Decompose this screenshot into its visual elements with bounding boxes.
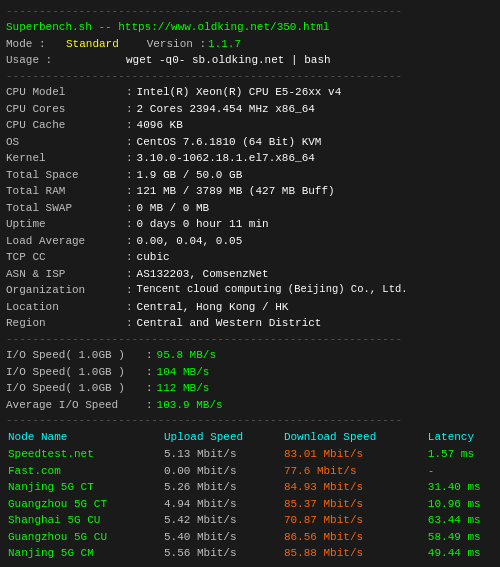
colon: : (146, 380, 153, 397)
speed-table: Node Name Upload Speed Download Speed La… (6, 429, 494, 562)
cpu-cache-label: CPU Cache (6, 117, 126, 134)
col-latency: Latency (426, 429, 494, 447)
colon: : (126, 167, 133, 184)
cpu-cache-row: CPU Cache : 4096 KB (6, 117, 494, 134)
io3-value: 112 MB/s (157, 380, 210, 397)
tcp-cc-label: TCP CC (6, 249, 126, 266)
table-row: Fast.com 0.00 Mbit/s 77.6 Mbit/s - (6, 463, 494, 480)
colon: : (126, 84, 133, 101)
colon: : (126, 233, 133, 250)
table-row: Guangzhou 5G CU 5.40 Mbit/s 86.56 Mbit/s… (6, 529, 494, 546)
upload-cell: 0.00 Mbit/s (162, 463, 282, 480)
node-cell: Fast.com (6, 463, 162, 480)
divider-1: ----------------------------------------… (6, 69, 494, 84)
colon: : (146, 397, 153, 414)
cpu-model-value: Intel(R) Xeon(R) CPU E5-26xx v4 (137, 84, 494, 101)
colon: : (146, 364, 153, 381)
total-ram-row: Total RAM : 121 MB / 3789 MB (427 MB Buf… (6, 183, 494, 200)
io2-row: I/O Speed( 1.0GB ) : 104 MB/s (6, 364, 494, 381)
latency-cell: 10.96 ms (426, 496, 494, 513)
latency-cell: 49.44 ms (426, 545, 494, 562)
usage-label: Usage : (6, 52, 126, 69)
colon: : (126, 266, 133, 283)
uptime-row: Uptime : 0 days 0 hour 11 min (6, 216, 494, 233)
colon: : (146, 347, 153, 364)
load-avg-label: Load Average (6, 233, 126, 250)
region-label: Region (6, 315, 126, 332)
region-row: Region : Central and Western District (6, 315, 494, 332)
latency-cell: 63.44 ms (426, 512, 494, 529)
colon: : (126, 150, 133, 167)
uptime-label: Uptime (6, 216, 126, 233)
mode-value: Standard (66, 36, 119, 53)
io3-row: I/O Speed( 1.0GB ) : 112 MB/s (6, 380, 494, 397)
os-label: OS (6, 134, 126, 151)
speed-table-header: Node Name Upload Speed Download Speed La… (6, 429, 494, 447)
kernel-value: 3.10.0-1062.18.1.el7.x86_64 (137, 150, 494, 167)
io2-value: 104 MB/s (157, 364, 210, 381)
colon: : (126, 183, 133, 200)
table-row: Nanjing 5G CM 5.56 Mbit/s 85.88 Mbit/s 4… (6, 545, 494, 562)
top-divider: ----------------------------------------… (6, 4, 494, 19)
version-label (123, 36, 143, 53)
cpu-cache-value: 4096 KB (137, 117, 494, 134)
location-row: Location : Central, Hong Kong / HK (6, 299, 494, 316)
download-cell: 70.87 Mbit/s (282, 512, 426, 529)
region-value: Central and Western District (137, 315, 494, 332)
io-avg-label: Average I/O Speed (6, 397, 146, 414)
terminal: ----------------------------------------… (0, 0, 500, 567)
divider-3: ----------------------------------------… (6, 413, 494, 428)
latency-cell: 1.57 ms (426, 446, 494, 463)
total-ram-value: 121 MB / 3789 MB (427 MB Buff) (137, 183, 494, 200)
cpu-cores-value: 2 Cores 2394.454 MHz x86_64 (137, 101, 494, 118)
latency-cell: 58.49 ms (426, 529, 494, 546)
os-value: CentOS 7.6.1810 (64 Bit) KVM (137, 134, 494, 151)
cpu-model-row: CPU Model : Intel(R) Xeon(R) CPU E5-26xx… (6, 84, 494, 101)
total-space-label: Total Space (6, 167, 126, 184)
kernel-row: Kernel : 3.10.0-1062.18.1.el7.x86_64 (6, 150, 494, 167)
total-swap-value: 0 MB / 0 MB (137, 200, 494, 217)
table-row: Guangzhou 5G CT 4.94 Mbit/s 85.37 Mbit/s… (6, 496, 494, 513)
total-swap-label: Total SWAP (6, 200, 126, 217)
total-swap-row: Total SWAP : 0 MB / 0 MB (6, 200, 494, 217)
latency-cell: - (426, 463, 494, 480)
version-label-text: Version : (147, 36, 206, 53)
io1-value: 95.8 MB/s (157, 347, 216, 364)
download-cell: 84.93 Mbit/s (282, 479, 426, 496)
node-cell: Guangzhou 5G CT (6, 496, 162, 513)
colon: : (126, 299, 133, 316)
location-label: Location (6, 299, 126, 316)
mode-label: Mode : (6, 36, 66, 53)
node-cell: Shanghai 5G CU (6, 512, 162, 529)
kernel-label: Kernel (6, 150, 126, 167)
download-cell: 86.56 Mbit/s (282, 529, 426, 546)
header-mode-row: Mode : Standard Version : 1.1.7 (6, 36, 494, 53)
upload-cell: 5.13 Mbit/s (162, 446, 282, 463)
asn-row: ASN & ISP : AS132203, ComsenzNet (6, 266, 494, 283)
col-upload: Upload Speed (162, 429, 282, 447)
table-row: Speedtest.net 5.13 Mbit/s 83.01 Mbit/s 1… (6, 446, 494, 463)
download-cell: 85.37 Mbit/s (282, 496, 426, 513)
upload-cell: 4.94 Mbit/s (162, 496, 282, 513)
asn-value: AS132203, ComsenzNet (137, 266, 494, 283)
colon: : (126, 249, 133, 266)
colon: : (126, 101, 133, 118)
total-ram-label: Total RAM (6, 183, 126, 200)
usage-row: Usage : wget -q0- sb.oldking.net | bash (6, 52, 494, 69)
io1-label: I/O Speed( 1.0GB ) (6, 347, 146, 364)
colon: : (126, 216, 133, 233)
col-node: Node Name (6, 429, 162, 447)
uptime-value: 0 days 0 hour 11 min (137, 216, 494, 233)
colon: : (126, 282, 133, 299)
cpu-model-label: CPU Model (6, 84, 126, 101)
upload-cell: 5.26 Mbit/s (162, 479, 282, 496)
io-avg-value: 103.9 MB/s (157, 397, 223, 414)
col-download: Download Speed (282, 429, 426, 447)
divider-4: ----------------------------------------… (6, 562, 494, 567)
download-cell: 85.88 Mbit/s (282, 545, 426, 562)
divider-2: ----------------------------------------… (6, 332, 494, 347)
upload-cell: 5.42 Mbit/s (162, 512, 282, 529)
org-value: Tencent cloud computing (Beijing) Co., L… (137, 282, 494, 299)
colon: : (126, 200, 133, 217)
load-avg-value: 0.00, 0.04, 0.05 (137, 233, 494, 250)
